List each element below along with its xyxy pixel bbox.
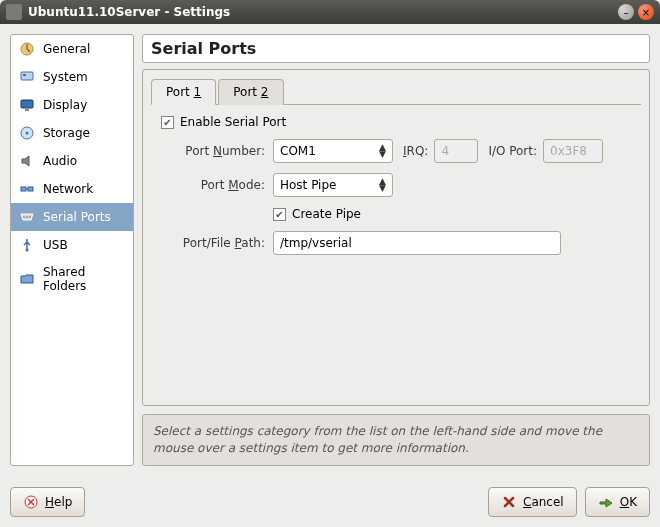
hint-box: Select a settings category from the list… [142, 414, 650, 466]
page-heading: Serial Ports [151, 39, 641, 58]
content-area: Serial Ports Port 1 Port 2 Enable Serial… [142, 34, 650, 466]
settings-panel: Port 1 Port 2 Enable Serial Port Port Nu… [142, 69, 650, 406]
enable-serial-port-label: Enable Serial Port [180, 115, 286, 129]
network-icon [19, 181, 35, 197]
window-title: Ubuntu11.10Server - Settings [28, 5, 614, 19]
svg-point-6 [26, 132, 29, 135]
port-file-path-label: Port/File Path: [153, 236, 265, 250]
sidebar-item-display[interactable]: Display [11, 91, 133, 119]
svg-rect-1 [21, 72, 33, 80]
sidebar-item-general[interactable]: General [11, 35, 133, 63]
sidebar-item-shared-folders[interactable]: Shared Folders [11, 259, 133, 299]
sidebar-item-label: USB [43, 238, 68, 252]
enable-serial-port-checkbox[interactable] [161, 116, 174, 129]
sidebar-item-storage[interactable]: Storage [11, 119, 133, 147]
ok-icon [598, 494, 614, 510]
sidebar-item-label: Shared Folders [43, 265, 125, 293]
sidebar: General System Display Storage Audio Net… [10, 34, 134, 466]
port-number-value: COM1 [280, 144, 316, 158]
general-icon [19, 41, 35, 57]
sidebar-item-label: System [43, 70, 88, 84]
port-number-label: Port Number: [153, 144, 265, 158]
sidebar-item-system[interactable]: System [11, 63, 133, 91]
minimize-button[interactable]: – [618, 4, 634, 20]
sidebar-item-label: Storage [43, 126, 90, 140]
ok-button[interactable]: OK [585, 487, 650, 517]
tabs: Port 1 Port 2 [151, 78, 641, 105]
cancel-icon [501, 494, 517, 510]
irq-label: IRQ: [403, 144, 428, 158]
system-icon [19, 69, 35, 85]
svg-point-13 [26, 249, 29, 252]
svg-rect-2 [23, 74, 26, 76]
sidebar-item-audio[interactable]: Audio [11, 147, 133, 175]
help-button[interactable]: Help [10, 487, 85, 517]
usb-icon [19, 237, 35, 253]
page-heading-box: Serial Ports [142, 34, 650, 63]
sidebar-item-label: General [43, 42, 90, 56]
storage-icon [19, 125, 35, 141]
app-icon [6, 4, 22, 20]
irq-field: 4 [434, 139, 478, 163]
audio-icon [19, 153, 35, 169]
tab-port-1[interactable]: Port 1 [151, 79, 216, 105]
port-mode-value: Host Pipe [280, 178, 336, 192]
sidebar-item-label: Network [43, 182, 93, 196]
svg-point-11 [26, 216, 28, 218]
port-file-path-input[interactable]: /tmp/vserial [273, 231, 561, 255]
port-mode-label: Port Mode: [153, 178, 265, 192]
chevron-up-down-icon: ▲▼ [379, 144, 386, 158]
svg-rect-3 [21, 100, 33, 108]
svg-point-12 [29, 216, 31, 218]
io-port-label: I/O Port: [488, 144, 537, 158]
svg-point-10 [23, 216, 25, 218]
window-body: General System Display Storage Audio Net… [0, 24, 660, 527]
create-pipe-checkbox[interactable] [273, 208, 286, 221]
dialog-footer: Help Cancel OK [10, 487, 650, 517]
serial-ports-icon [19, 209, 35, 225]
io-port-field: 0x3F8 [543, 139, 603, 163]
sidebar-item-label: Serial Ports [43, 210, 111, 224]
port-mode-select[interactable]: Host Pipe ▲▼ [273, 173, 393, 197]
chevron-up-down-icon: ▲▼ [379, 178, 386, 192]
sidebar-item-usb[interactable]: USB [11, 231, 133, 259]
cancel-button[interactable]: Cancel [488, 487, 577, 517]
titlebar: Ubuntu11.10Server - Settings – × [0, 0, 660, 24]
port-number-select[interactable]: COM1 ▲▼ [273, 139, 393, 163]
svg-rect-7 [21, 187, 26, 191]
sidebar-item-label: Audio [43, 154, 77, 168]
display-icon [19, 97, 35, 113]
sidebar-item-network[interactable]: Network [11, 175, 133, 203]
help-icon [23, 494, 39, 510]
svg-rect-4 [25, 109, 29, 111]
create-pipe-label: Create Pipe [292, 207, 361, 221]
sidebar-item-label: Display [43, 98, 87, 112]
sidebar-item-serial-ports[interactable]: Serial Ports [11, 203, 133, 231]
tab-port-2[interactable]: Port 2 [218, 79, 283, 105]
svg-rect-8 [28, 187, 33, 191]
shared-folders-icon [19, 271, 35, 287]
close-button[interactable]: × [638, 4, 654, 20]
